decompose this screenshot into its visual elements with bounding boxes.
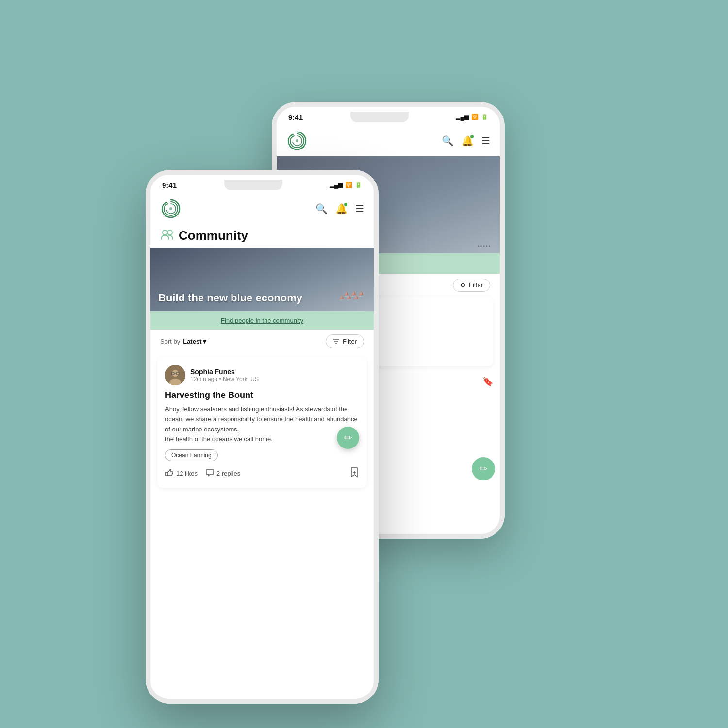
back-logo [286, 130, 308, 151]
front-status-time: 9:41 [162, 181, 177, 189]
front-author-meta: 12min ago • New York, US [190, 376, 259, 382]
back-battery-icon: 🔋 [481, 114, 488, 120]
front-fab-button[interactable]: ✏ [337, 427, 359, 449]
front-cta-link[interactable]: Find people in the community [221, 317, 303, 324]
front-nav-icons: 🔍 🔔 ☰ [315, 203, 364, 215]
back-signal-icon: ▂▄▆ [456, 114, 469, 120]
back-status-time: 9:41 [288, 113, 303, 121]
back-nav-bar: 🔍 🔔 ☰ [277, 125, 500, 156]
front-notification-dot [344, 203, 347, 206]
front-edit-icon: ✏ [344, 432, 352, 444]
back-fab-button[interactable]: ✏ [472, 457, 495, 480]
back-edit-icon: ✏ [480, 463, 488, 475]
svg-point-0 [296, 139, 298, 142]
front-status-bar: 9:41 ▂▄▆ 🛜 🔋 [150, 175, 374, 193]
back-status-icons: ▂▄▆ 🛜 🔋 [456, 114, 488, 120]
front-hero-text: Build the new blue economy [158, 292, 302, 304]
phones-wrapper: 9:41 ▂▄▆ 🛜 🔋 [146, 73, 582, 655]
front-community-header: Community [150, 224, 374, 246]
front-author-row: Sophia Funes 12min ago • New York, US [165, 365, 359, 385]
front-wifi-icon: 🛜 [345, 182, 352, 188]
front-filter-button[interactable]: Filter [326, 334, 364, 348]
back-bookmark-button[interactable]: 🔖 [482, 376, 493, 387]
front-hero-banner: ⛵ ⛵ ⛵ Build the new blue economy [150, 248, 374, 311]
front-tag-chip[interactable]: Ocean Farming [165, 449, 218, 461]
svg-point-2 [163, 230, 167, 235]
back-notification-dot [470, 135, 474, 138]
front-post-actions: 12 likes 2 replies [165, 467, 359, 480]
front-author-name: Sophia Funes [190, 368, 259, 376]
front-sort-value[interactable]: Latest ▾ [183, 338, 206, 345]
front-post-title: Harvesting the Bount [165, 390, 359, 400]
front-sort-bar: Sort by Latest ▾ Filter [150, 330, 374, 353]
front-sort-chevron: ▾ [203, 338, 206, 345]
back-nav-icons: 🔍 🔔 ☰ [442, 135, 490, 147]
front-comment-icon [205, 469, 214, 478]
front-post-body: Ahoy, fellow seafarers and fishing enthu… [165, 404, 359, 445]
back-filter-button[interactable]: ⚙ Filter [453, 279, 490, 292]
front-notch [224, 180, 282, 190]
back-filter-icon: ⚙ [460, 281, 466, 289]
front-bookmark-button[interactable] [349, 467, 359, 480]
back-menu-button[interactable]: ☰ [481, 135, 490, 147]
back-wifi-icon: 🛜 [471, 114, 479, 120]
svg-point-1 [169, 207, 172, 210]
back-search-button[interactable]: 🔍 [442, 135, 454, 147]
front-status-icons: ▂▄▆ 🛜 🔋 [330, 182, 362, 188]
community-icon [160, 229, 174, 243]
front-reply-button[interactable]: 2 replies [205, 469, 240, 478]
front-nav-bar: 🔍 🔔 ☰ [150, 193, 374, 224]
phone-front: 9:41 ▂▄▆ 🛜 🔋 [146, 170, 379, 704]
front-avatar [165, 365, 185, 385]
front-signal-icon: ▂▄▆ [330, 182, 343, 188]
back-status-bar: 9:41 ▂▄▆ 🛜 🔋 [277, 107, 500, 125]
front-filter-icon [333, 337, 340, 346]
svg-point-3 [167, 230, 172, 235]
front-battery-icon: 🔋 [355, 182, 362, 188]
front-menu-button[interactable]: ☰ [355, 203, 364, 215]
back-notch [350, 112, 409, 122]
front-sort-left: Sort by Latest ▾ [160, 338, 206, 345]
front-logo [160, 198, 182, 219]
front-post-card: Sophia Funes 12min ago • New York, US Ha… [157, 357, 367, 488]
front-author-info: Sophia Funes 12min ago • New York, US [190, 368, 259, 382]
front-notification-button[interactable]: 🔔 [335, 203, 347, 215]
back-notification-button[interactable]: 🔔 [462, 135, 474, 147]
front-like-icon [165, 469, 174, 478]
front-sort-label: Sort by [160, 338, 180, 345]
front-cta-bar[interactable]: Find people in the community [150, 311, 374, 330]
front-search-button[interactable]: 🔍 [315, 203, 328, 215]
community-title: Community [179, 228, 248, 243]
front-like-button[interactable]: 12 likes [165, 469, 198, 478]
